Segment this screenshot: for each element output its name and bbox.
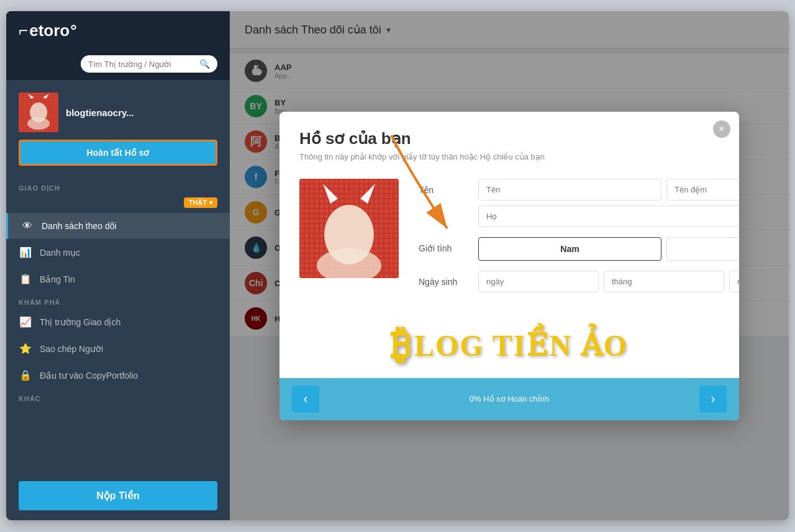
gender-inputs: Nam Nữ bbox=[478, 237, 739, 261]
that-badge[interactable]: THẬT ▾ bbox=[184, 197, 217, 208]
user-row: blogtienaocry... bbox=[19, 92, 217, 132]
chevron-down-icon: ▾ bbox=[209, 199, 212, 206]
copyportfolio-icon: 🔒 bbox=[19, 369, 32, 381]
modal-close-button[interactable]: × bbox=[713, 120, 730, 138]
portfolio-icon: 📊 bbox=[19, 246, 32, 258]
avatar-svg bbox=[19, 92, 58, 132]
gioi-tinh-label: Giới tính bbox=[419, 237, 468, 253]
profile-avatar-svg bbox=[299, 179, 399, 278]
sidebar-header: ⌐etoro° bbox=[6, 11, 230, 50]
watchlist-icon: 👁 bbox=[20, 220, 34, 232]
profile-form: Tên Giới tính bbox=[419, 179, 739, 302]
blog-logo: ₿ LOG TIỀN ẢO bbox=[391, 322, 628, 368]
nam-dob-input[interactable] bbox=[729, 271, 739, 292]
khac-label: KHÁC bbox=[6, 389, 230, 405]
ngay-input[interactable] bbox=[478, 271, 599, 292]
bitcoin-b-icon: ₿ bbox=[391, 322, 412, 368]
ngay-sinh-label: Ngày sinh bbox=[419, 271, 468, 287]
sidebar-item-copy[interactable]: ⭐ Sao chép Người bbox=[6, 335, 230, 362]
modal-overlay: × Hồ sơ của bạn Thông tin này phải khớp … bbox=[230, 11, 789, 520]
first-name-row bbox=[478, 179, 739, 201]
newsfeed-icon: 📋 bbox=[19, 273, 32, 285]
avatar bbox=[19, 92, 58, 132]
thang-input[interactable] bbox=[604, 271, 724, 292]
name-row: Tên bbox=[419, 179, 739, 227]
kham-pha-label: KHÁM PHÁ bbox=[6, 292, 230, 309]
ten-input[interactable] bbox=[478, 179, 661, 201]
giao-dich-row: THẬT ▾ bbox=[6, 195, 230, 213]
sidebar-item-copyportfolio[interactable]: 🔒 Đầu tư vào CopyPortfolio bbox=[6, 362, 230, 389]
sidebar-item-label: Danh mục bbox=[40, 248, 80, 258]
name-inputs bbox=[478, 179, 739, 227]
blog-logo-area: ₿ LOG TIỀN ẢO bbox=[279, 312, 739, 378]
search-input[interactable] bbox=[88, 60, 199, 69]
svg-point-6 bbox=[27, 117, 50, 130]
gender-buttons: Nam Nữ bbox=[478, 237, 739, 261]
dob-fields bbox=[478, 271, 739, 292]
sidebar-item-newsfeed[interactable]: 📋 Bảng Tin bbox=[6, 266, 230, 292]
search-icon[interactable]: 🔍 bbox=[199, 59, 210, 69]
that-text: THẬT bbox=[189, 199, 207, 207]
username: blogtienaocry... bbox=[66, 107, 134, 118]
modal-body: Tên Giới tính bbox=[279, 166, 739, 312]
modal-header: Hồ sơ của bạn Thông tin này phải khớp vớ… bbox=[279, 112, 739, 166]
progress-text: 0% Hồ sơ Hoàn chỉnh bbox=[470, 394, 549, 404]
deposit-button[interactable]: Nộp Tiền bbox=[19, 481, 217, 510]
ten-dem-input[interactable] bbox=[666, 179, 739, 201]
ho-input[interactable] bbox=[478, 205, 739, 227]
sidebar-item-label: Đầu tư vào CopyPortfolio bbox=[40, 371, 138, 381]
modal-title: Hồ sơ của bạn bbox=[299, 129, 719, 148]
complete-profile-button[interactable]: Hoàn tất Hồ sơ bbox=[19, 140, 217, 166]
sidebar-item-label: Danh sách theo dõi bbox=[42, 221, 117, 231]
blog-rest-text: LOG TIỀN ẢO bbox=[414, 328, 628, 363]
gender-row: Giới tính Nam Nữ bbox=[419, 237, 739, 261]
main-content: Danh sách Theo dõi của tôi ▾ AAP App... … bbox=[230, 11, 789, 520]
search-wrapper[interactable]: 🔍 bbox=[81, 55, 217, 73]
search-area: 🔍 bbox=[6, 50, 230, 80]
profile-avatar-large bbox=[299, 179, 399, 278]
nu-button[interactable]: Nữ bbox=[666, 237, 739, 261]
sidebar-item-portfolio[interactable]: 📊 Danh mục bbox=[6, 239, 230, 266]
sidebar-item-market[interactable]: 📈 Thị trường Giao dịch bbox=[6, 309, 230, 335]
ten-label: Tên bbox=[419, 179, 468, 195]
dob-inputs bbox=[478, 271, 739, 292]
sidebar-item-label: Sao chép Người bbox=[40, 344, 103, 354]
next-button[interactable]: › bbox=[699, 385, 727, 413]
etoro-logo: ⌐etoro° bbox=[19, 21, 77, 40]
modal-footer: ‹ 0% Hồ sơ Hoàn chỉnh › bbox=[279, 378, 739, 420]
copy-icon: ⭐ bbox=[19, 343, 32, 354]
prev-button[interactable]: ‹ bbox=[292, 385, 319, 413]
sidebar-item-watchlist[interactable]: 👁 Danh sách theo dõi bbox=[6, 213, 230, 239]
modal-subtitle: Thông tin này phải khớp với giấy tờ tùy … bbox=[299, 152, 719, 161]
user-profile: blogtienaocry... Hoàn tất Hồ sơ bbox=[6, 80, 230, 178]
market-icon: 📈 bbox=[19, 316, 32, 328]
sidebar: ⌐etoro° 🔍 bbox=[6, 11, 230, 520]
logo-fork-right: ° bbox=[70, 21, 76, 40]
profile-modal: × Hồ sơ của bạn Thông tin này phải khớp … bbox=[279, 112, 739, 420]
nam-button[interactable]: Nam bbox=[478, 237, 661, 261]
sidebar-item-label: Bảng Tin bbox=[40, 274, 75, 284]
giao-dich-label: GIAO DỊCH bbox=[6, 178, 230, 195]
sidebar-item-label: Thị trường Giao dịch bbox=[40, 317, 120, 327]
dob-row: Ngày sinh bbox=[419, 271, 739, 292]
logo-fork-left: ⌐ bbox=[19, 21, 28, 40]
